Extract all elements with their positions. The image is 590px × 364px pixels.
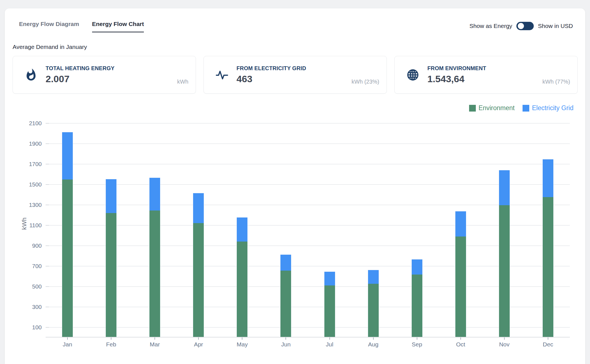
unit-toggle-group: Show as Energy Show in USD	[469, 22, 573, 30]
toggle-label-energy: Show as Energy	[469, 23, 512, 29]
x-tick-label: Feb	[106, 341, 116, 348]
electricity-grid-segment[interactable]	[149, 178, 160, 211]
flame-icon	[24, 68, 38, 82]
electricity-grid-segment[interactable]	[193, 193, 204, 223]
environment-segment[interactable]	[324, 285, 335, 337]
stat-unit: kWh (23%)	[352, 79, 379, 85]
electricity-grid-segment[interactable]	[324, 272, 335, 285]
x-tick	[548, 337, 548, 340]
electricity-grid-segment[interactable]	[412, 259, 422, 275]
x-tick	[373, 337, 374, 340]
stat-value: 1.543,64	[427, 74, 486, 84]
electricity-grid-segment[interactable]	[499, 170, 510, 205]
bar-column-nov: Nov	[483, 117, 526, 337]
environment-swatch-icon	[469, 105, 476, 112]
electricity-grid-segment[interactable]	[455, 211, 466, 236]
y-tick-label: 2100	[29, 120, 42, 127]
y-tick-label: 900	[32, 242, 42, 249]
stacked-bar[interactable]	[543, 159, 553, 337]
environment-segment[interactable]	[237, 242, 247, 337]
x-tick-label: Aug	[368, 341, 378, 348]
tab-energy-flow-diagram[interactable]: Energy Flow Diagram	[19, 21, 79, 32]
bar-column-feb: Feb	[89, 117, 133, 337]
stacked-bar[interactable]	[499, 170, 510, 337]
x-tick	[111, 337, 111, 340]
tab-bar: Energy Flow Diagram Energy Flow Chart	[19, 21, 144, 32]
stacked-bar[interactable]	[368, 270, 379, 337]
x-axis-line	[46, 337, 570, 337]
electricity-grid-segment[interactable]	[280, 255, 291, 271]
plot-area: 100300500700900110013001500170019002100J…	[46, 117, 570, 337]
stacked-bar[interactable]	[455, 211, 466, 337]
x-tick	[504, 337, 505, 340]
chart-legend: Environment Electricity Grid	[5, 104, 573, 112]
stacked-bar[interactable]	[412, 259, 422, 337]
electricity-grid-segment[interactable]	[62, 132, 73, 179]
x-tick	[198, 337, 199, 340]
stacked-bar-chart: kWh 100300500700900110013001500170019002…	[5, 112, 585, 347]
legend-item-environment: Environment	[469, 104, 515, 112]
bar-column-jul: Jul	[308, 117, 351, 337]
y-tick-label: 1900	[29, 140, 42, 147]
stacked-bar[interactable]	[149, 178, 160, 337]
electricity-grid-segment[interactable]	[237, 218, 247, 242]
x-tick-label: Apr	[194, 341, 203, 348]
environment-segment[interactable]	[455, 237, 466, 337]
environment-segment[interactable]	[149, 211, 160, 337]
stacked-bar[interactable]	[324, 272, 335, 337]
bar-column-aug: Aug	[352, 117, 395, 337]
y-tick-label: 1100	[29, 222, 42, 229]
stat-unit: kWh	[177, 79, 188, 85]
main-panel: Energy Flow Diagram Energy Flow Chart Sh…	[5, 8, 585, 364]
bar-column-dec: Dec	[526, 117, 570, 337]
toggle-label-usd: Show in USD	[538, 23, 573, 29]
x-tick-label: May	[237, 341, 248, 348]
bar-column-oct: Oct	[439, 117, 483, 337]
stat-texts: TOTAL HEATING ENERGY 2.007	[46, 65, 114, 84]
environment-segment[interactable]	[280, 271, 291, 337]
stacked-bar[interactable]	[280, 255, 291, 337]
tab-energy-flow-chart[interactable]: Energy Flow Chart	[92, 21, 144, 32]
x-tick-label: Jul	[326, 341, 333, 348]
stat-card-from-environment: FROM ENVIRONMENT 1.543,64 kWh (77%)	[394, 56, 578, 94]
x-tick-label: Dec	[543, 341, 553, 348]
toggle-knob	[518, 23, 524, 29]
bar-column-jan: Jan	[46, 117, 89, 337]
x-tick-label: Nov	[499, 341, 509, 348]
stacked-bar[interactable]	[106, 179, 116, 337]
x-tick	[285, 337, 286, 340]
environment-segment[interactable]	[106, 213, 116, 337]
electricity-grid-segment[interactable]	[106, 179, 116, 213]
y-tick-label: 1300	[29, 202, 42, 208]
y-tick-label: 1500	[29, 181, 42, 188]
environment-segment[interactable]	[193, 223, 204, 337]
environment-segment[interactable]	[368, 284, 379, 337]
stat-texts: FROM ELECTRICITY GRID 463	[237, 65, 306, 84]
stacked-bar[interactable]	[193, 193, 204, 337]
stat-cards-row: TOTAL HEATING ENERGY 2.007 kWh FROM ELEC…	[13, 56, 578, 94]
y-tick-label: 700	[32, 263, 42, 270]
y-tick-label: 300	[32, 304, 42, 310]
electricity-grid-segment[interactable]	[543, 159, 553, 197]
globe-icon	[406, 68, 420, 82]
x-tick-label: Sep	[412, 341, 422, 348]
bar-column-sep: Sep	[395, 117, 439, 337]
stacked-bar[interactable]	[237, 218, 247, 337]
x-tick-label: Oct	[456, 341, 465, 348]
energy-usd-toggle[interactable]	[516, 22, 534, 30]
bar-column-may: May	[220, 117, 264, 337]
stacked-bar[interactable]	[62, 132, 73, 337]
environment-segment[interactable]	[412, 275, 422, 337]
environment-segment[interactable]	[499, 205, 510, 337]
stat-unit: kWh (77%)	[542, 79, 570, 85]
stat-title: FROM ELECTRICITY GRID	[237, 65, 306, 72]
environment-segment[interactable]	[62, 179, 73, 337]
stat-title: FROM ENVIRONMENT	[427, 65, 486, 72]
stat-title: TOTAL HEATING ENERGY	[46, 65, 114, 72]
x-tick-label: Mar	[150, 341, 160, 348]
x-tick-label: Jan	[63, 341, 72, 348]
x-tick	[154, 337, 155, 340]
electricity-grid-segment[interactable]	[368, 270, 379, 284]
x-tick	[460, 337, 461, 340]
environment-segment[interactable]	[543, 197, 553, 337]
